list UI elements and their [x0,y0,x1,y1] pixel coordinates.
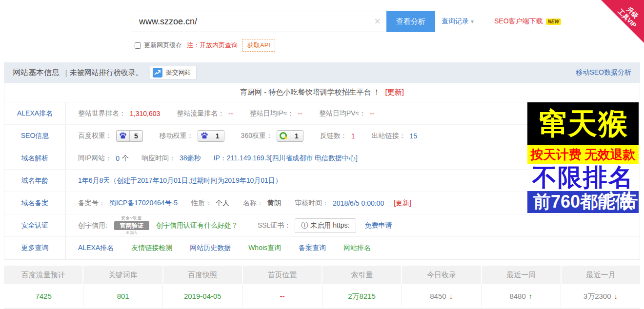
site-rank-link[interactable]: 网站排名 [343,244,371,252]
security-label[interactable]: 安全认证 [4,221,65,230]
mobile-weight-value: 1 [211,131,224,141]
arrow-down-icon: ↓ [449,292,453,300]
info-icon: ⓘ [301,221,308,230]
col-header-today: 今日收录 [402,266,482,284]
whois-query-link[interactable]: Whois查询 [248,244,281,252]
icp-nature-value: 个人 [216,199,229,208]
traffic-rank-label: 整站流量排名： [177,109,224,118]
outlinks-label: 出站链接： [372,132,406,140]
same-ip-value[interactable]: 0 [116,154,120,162]
mobile-weight-badge[interactable]: 1 [198,130,224,142]
domain-age-label[interactable]: 域名年龄 [4,176,65,185]
ad-banner[interactable]: 窜天猴 按天计费 无效退款 不限排名 前760都能做 广告 [527,102,639,213]
clear-input-icon[interactable]: × [374,16,381,27]
security-row: 安全认证 创宇信用: 安全V联盟 官网验证 未加入 创宇信用认证有什么好处？ S… [4,214,640,237]
weight-360-badge[interactable]: 1 [277,130,303,142]
snapshot-value[interactable]: 2019-04-05 [184,292,221,300]
site-title: 育厨网 - 特色小吃餐饮培训学校招生平台 ！ [240,88,381,97]
icp-record-label[interactable]: 域名备案 [4,199,65,208]
month-value[interactable]: 3万2300 [584,292,611,300]
top-search-area: × 查看分析 查询记录 ▾ SEO客户端下载 NEW 更新网页缓存 注：开放内页… [0,0,644,58]
keywords-value[interactable]: 801 [117,292,129,300]
inner-page-note: 注：开放内页查询 [187,41,238,50]
seal-bottom-text: 未加入 [126,231,138,235]
icp-audit-value: 2018/6/5 0:00:00 [333,199,384,207]
update-cache-label[interactable]: 更新网页缓存 [144,41,182,50]
arrow-down-icon: ↓ [614,292,618,300]
get-api-button[interactable]: 获取API [242,39,275,52]
backlinks-label: 反链数： [320,132,347,140]
submit-site-button[interactable]: 提交网站 [150,66,197,79]
chuangyu-seal-badge[interactable]: 安全V联盟 官网验证 未加入 [114,216,149,235]
index-value[interactable]: 2万8215 [348,292,376,300]
site-history-link[interactable]: 网站历史数据 [190,244,231,252]
submit-site-label: 提交网站 [166,68,191,77]
baidu-weight-badge[interactable]: 5 [116,130,143,142]
more-queries-label: 更多查询 [4,244,65,252]
dns-label[interactable]: 域名解析 [4,154,65,163]
week-value[interactable]: 8480 [509,292,525,300]
same-ip-unit: 个 [122,154,129,163]
alexa-rank-link[interactable]: ALEXA排名 [78,244,114,252]
trend-chart-icon [153,68,162,77]
col-header-month: 最近一月 [562,266,640,284]
ssl-status-box: ⓘ 未启用 https: [295,218,356,233]
icp-number-label: 备案号： [78,199,105,208]
seal-top-text: 安全V联盟 [121,216,142,220]
new-badge: NEW [546,19,561,25]
ssl-status-text: 未启用 https: [310,221,349,230]
icp-number-value[interactable]: 蜀ICP备17020464号-5 [109,199,178,208]
daily-ip-label: 整站日均IP≈： [250,109,294,118]
col-header-week: 最近一周 [482,266,562,284]
ad-line2: 按天计费 无效退款 [530,146,635,163]
same-ip-label: 同IP网站： [78,154,112,163]
icp-query-link[interactable]: 备案查询 [299,244,326,252]
col-header-index: 索引量 [322,266,402,284]
weight-360-label: 360权重： [241,132,273,140]
icp-nature-label: 性质： [191,199,212,208]
arrow-up-icon: ↑ [529,292,533,300]
analyze-button[interactable]: 查看分析 [386,11,435,32]
seo-client-download-link[interactable]: SEO客户端下载 [494,17,543,26]
360-logo-icon [277,131,290,141]
mobile-weight-label: 移动权重： [160,132,194,140]
world-rank-value: 1,310,603 [130,110,160,117]
section-title: 网站基本信息 [13,68,60,78]
baidu-stats-table: 百度流量预计 关键词库 百度快照 首页位置 索引量 今日收录 最近一周 最近一月… [4,266,640,309]
seal-mid-text: 官网验证 [114,221,149,230]
update-cache-checkbox[interactable] [135,42,141,49]
alexa-rank-label[interactable]: ALEXA排名 [4,109,65,118]
chevron-down-icon[interactable]: ▾ [471,18,474,25]
daily-ip-value: -- [298,110,302,117]
seo-info-label[interactable]: SEO信息 [4,132,65,140]
traffic-value[interactable]: 7425 [35,292,51,300]
baidu-weight-label: 百度权重： [78,132,112,140]
domain-age-value: 1年6月8天（创建于2017年10月01日,过期时间为2019年10月01日） [78,176,282,185]
url-input[interactable] [132,12,357,31]
col-header-traffic: 百度流量预计 [4,266,83,284]
outlinks-value[interactable]: 15 [410,132,418,140]
friend-links-check-link[interactable]: 友情链接检测 [131,244,172,252]
baidu-weight-value: 5 [129,131,142,141]
free-apply-link[interactable]: 免费申请 [365,221,392,230]
title-update-link[interactable]: [更新] [385,88,404,97]
homepage-pos-value: -- [280,292,284,300]
col-header-homepage-pos: 首页位置 [243,266,322,284]
ssl-cert-label: SSL证书： [258,221,291,230]
icp-name-value: 黄朗 [267,199,281,208]
traffic-rank-value: -- [228,110,233,117]
chuangyu-credit-label: 创宇信用: [78,221,107,230]
weight-360-value: 1 [290,131,303,141]
icp-update-link[interactable]: [更新] [394,199,411,208]
world-rank-label: 整站世界排名： [78,109,126,118]
col-header-keywords: 关键词库 [83,266,163,284]
credit-benefit-link[interactable]: 创宇信用认证有什么好处？ [156,221,238,230]
section-header-bar: 网站基本信息 ｜未被网站排行榜收录。 提交网站 移动SEO数据分析 [4,62,640,83]
rank-not-listed-note: ｜未被网站排行榜收录。 [62,68,143,77]
mobile-seo-link[interactable]: 移动SEO数据分析 [576,68,631,77]
today-value[interactable]: 8450 [430,292,446,300]
response-time-label: 响应时间： [141,154,176,163]
ip-address-value[interactable]: IP：211.149.169.3[四川省成都市 电信数据中心] [214,154,358,163]
mobile-paw-icon [198,131,211,141]
query-history-link[interactable]: 查询记录 [442,17,469,26]
